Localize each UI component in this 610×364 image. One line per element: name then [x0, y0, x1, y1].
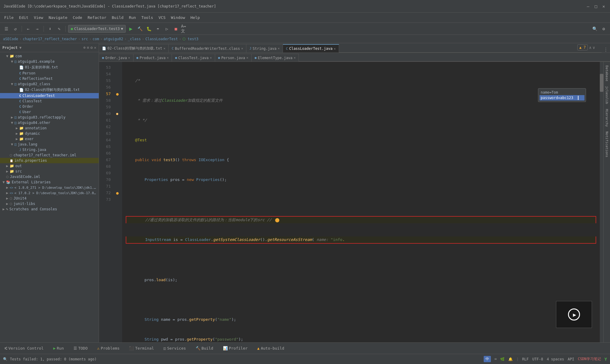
sidebar-sort-icon[interactable]: ≡	[87, 45, 89, 50]
notifications-panel-label[interactable]: Notifications	[604, 129, 609, 160]
breadcrumb-com[interactable]: com	[93, 37, 99, 41]
toolbar-btn-1[interactable]: ☰	[2, 25, 10, 33]
tab-02class-close[interactable]: ✕	[164, 47, 166, 50]
tree-item-src[interactable]: ▶ 📁 src	[0, 169, 99, 174]
video-thumbnail[interactable]: ▶	[556, 301, 592, 328]
warning-nav-up[interactable]: ∧	[589, 45, 591, 50]
database-panel-label[interactable]: Database	[604, 63, 609, 84]
menu-navigate[interactable]: Navigate	[46, 14, 70, 21]
project-dropdown-icon[interactable]: ▼	[20, 46, 22, 50]
bottom-tab-terminal[interactable]: ⬛ Terminal	[127, 345, 156, 352]
tree-item-order[interactable]: C Order	[0, 104, 99, 109]
tree-item-chapter17iml[interactable]: ⬡ chapter17_reflect_teacher.iml	[0, 152, 99, 158]
tab-stringjava-close[interactable]: ✕	[278, 47, 280, 50]
build-button[interactable]: 🔨	[136, 25, 144, 33]
tree-item-junit4[interactable]: ▶ ⬡ JUnit4	[0, 196, 99, 201]
tree-item-txt2[interactable]: 📄 02-Class的理解与类的加载.txt	[0, 87, 99, 93]
tab-classloadertest-close[interactable]: ✕	[334, 47, 336, 51]
warning-nav-down[interactable]: ∨	[593, 45, 595, 50]
close-button[interactable]: ✕	[601, 4, 606, 9]
toolbar-btn-2[interactable]: ↺	[11, 25, 19, 33]
debug-button[interactable]: 🐛	[145, 25, 153, 33]
indent-label[interactable]: 4 spaces	[547, 357, 564, 361]
tree-item-classloadertest[interactable]: C ClassLoaderTest	[0, 93, 99, 98]
maximize-button[interactable]: □	[593, 4, 599, 9]
tree-item-exer[interactable]: ▶ 📁 exer	[0, 136, 99, 142]
breadcrumb-class[interactable]: _class	[128, 37, 141, 41]
menu-build[interactable]: Build	[110, 14, 126, 21]
menu-refactor[interactable]: Refactor	[85, 14, 109, 21]
stop-button[interactable]: ■	[172, 25, 180, 33]
tree-item-dynamic[interactable]: ▶ 📁 dynamic	[0, 131, 99, 136]
sidebar-settings-icon[interactable]: ⚙	[90, 45, 93, 50]
tree-item-jdk17[interactable]: ▶ <> < 17.0.2 > D:\develop_tools\JDK\jdk…	[0, 190, 99, 196]
bottom-tab-versioncontrol[interactable]: ⑆ Version Control	[2, 345, 46, 352]
tab-personjava-close[interactable]: ✕	[246, 56, 248, 60]
tab-orderjava[interactable]: ● Order.java ✕	[99, 54, 134, 62]
tab-02class[interactable]: 📄 02-Class的理解与类的加载.txt ✕	[99, 44, 169, 53]
toolbar-btn-3[interactable]: ⬇	[46, 25, 54, 33]
minimize-button[interactable]: —	[585, 4, 591, 9]
tree-item-atguigu03[interactable]: ▶ ◫ atguigu03.reflectapply	[0, 115, 99, 120]
menu-code[interactable]: Code	[71, 14, 85, 21]
tree-item-junitlibs[interactable]: ▶ ⬡ junit-libs	[0, 201, 99, 206]
tree-item-user[interactable]: C User	[0, 109, 99, 115]
tab-productjava[interactable]: ● Product.java ✕	[134, 54, 172, 62]
tree-item-javasencodeiml[interactable]: ⬡ JavaSECode.iml	[0, 174, 99, 179]
tree-item-reflectiontest[interactable]: C ReflectionTest	[0, 76, 99, 81]
breadcrumb-test3[interactable]: ⬡ test3	[182, 37, 198, 41]
tab-elementtype[interactable]: ● ElementType.java ✕	[252, 54, 299, 62]
hierarchy-panel-label[interactable]: Hierarchy	[604, 107, 609, 129]
search-status-icon[interactable]: 🔍	[3, 357, 8, 361]
bottom-tab-services[interactable]: ◫ Services	[161, 345, 188, 352]
menu-vcs[interactable]: VCS	[156, 14, 168, 21]
tree-item-atguigu02[interactable]: ▼ ◫ atguigu02_class	[0, 81, 99, 87]
menu-help[interactable]: Help	[188, 14, 202, 21]
tree-item-jdk18[interactable]: ▶ <> < 1.8.0_271 > D:\develop_tools\JDK\…	[0, 185, 99, 190]
bottom-tab-autobuild[interactable]: ▲ Auto-build	[255, 345, 287, 352]
tree-item-scratches[interactable]: ▶ ✎ Scratches and Consoles	[0, 206, 99, 212]
menu-file[interactable]: File	[2, 14, 16, 21]
tree-item-out[interactable]: ▶ 📁 out	[0, 163, 99, 169]
tab-stringjava[interactable]: J String.java ✕	[246, 44, 283, 53]
tab-classtestjava[interactable]: ● ClassTest.java ✕	[172, 54, 215, 62]
breadcrumb-classloadertest[interactable]: ClassLoaderTest	[145, 37, 178, 41]
tab-productjava-close[interactable]: ✕	[167, 56, 169, 60]
translate-button[interactable]: A↔文	[181, 25, 189, 33]
run-button[interactable]: ▶	[127, 25, 135, 33]
toolbar-btn-4[interactable]: ✎	[55, 25, 63, 33]
tree-item-atguigu04[interactable]: ▼ ◫ atguigu04.other	[0, 120, 99, 125]
bottom-tab-build[interactable]: 🔨 Build	[193, 345, 216, 352]
bottom-tab-profiler[interactable]: 📊 Profiler	[221, 345, 250, 352]
encoding-label[interactable]: UTF-8	[532, 357, 543, 361]
tree-item-person[interactable]: C Person	[0, 71, 99, 76]
breadcrumb-aSECode[interactable]: aSECode	[3, 37, 18, 41]
back-button[interactable]: ←	[24, 25, 32, 33]
tab-orderjava-close[interactable]: ✕	[128, 56, 130, 60]
coverage-button[interactable]: ☂	[154, 25, 162, 33]
breadcrumb-atguigu02[interactable]: atguigu02	[104, 37, 123, 41]
tree-item-javalang[interactable]: ▼ ◫ java.lang	[0, 142, 99, 147]
tree-item-infoproperties[interactable]: 📋 info.properties	[0, 158, 99, 163]
tab-elementtype-close[interactable]: ✕	[294, 56, 296, 60]
profile-button[interactable]: ▷	[163, 25, 171, 33]
forward-button[interactable]: →	[33, 25, 41, 33]
tab-classloadertest[interactable]: C ClassLoaderTest.java ✕	[283, 44, 339, 53]
tree-item-txt1[interactable]: 📄 01-反射的举例.txt	[0, 64, 99, 71]
tree-item-stringjava[interactable]: J String.java	[0, 147, 99, 152]
run-config-dropdown[interactable]: ● ClassLoaderTest.test3 ▼	[68, 25, 126, 33]
settings-button[interactable]: ⚙	[600, 25, 608, 33]
sidebar-close-icon[interactable]: ✕	[94, 45, 96, 50]
bottom-tab-todo[interactable]: ☰ TODO	[71, 345, 90, 352]
tree-item-atguigu01[interactable]: ▼ ◫ atguigu01.example	[0, 59, 99, 64]
breadcrumb-src[interactable]: src	[82, 37, 88, 41]
tree-item-classtest[interactable]: C ClassTest	[0, 98, 99, 104]
tab-bufferedreader[interactable]: C BufferedReaderWriterTest.class ✕	[169, 44, 246, 53]
menu-edit[interactable]: Edit	[17, 14, 31, 21]
jclasslib-panel-label[interactable]: jclasslib	[604, 84, 609, 107]
sidebar-collapse-icon[interactable]: ⊕	[83, 45, 86, 50]
code-content[interactable]: /* * 需求：通过ClassLoader加载指定的配置文件 * */ @Tes…	[122, 62, 600, 342]
menu-run[interactable]: Run	[127, 14, 138, 21]
menu-tools[interactable]: Tools	[139, 14, 155, 21]
search-button[interactable]: 🔍	[591, 25, 599, 33]
